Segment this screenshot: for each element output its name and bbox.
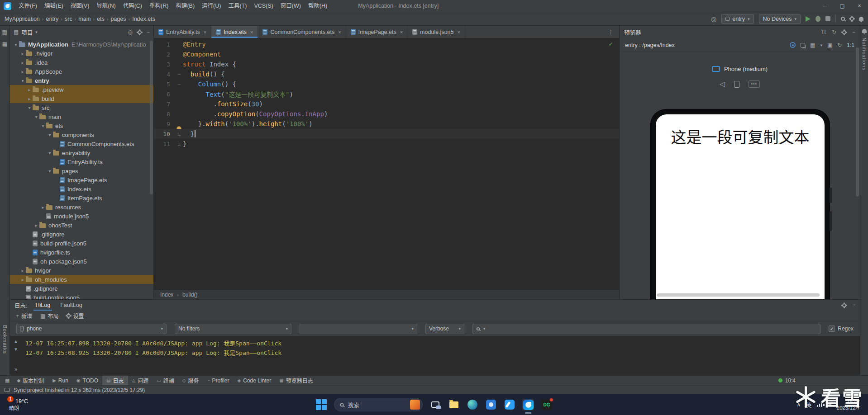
previewer-panel-scrollbar[interactable]: [856, 47, 859, 197]
add-filter-button[interactable]: + 新增: [16, 312, 32, 320]
editor-tab[interactable]: CommonComponents.ets×: [258, 26, 346, 38]
line-number[interactable]: 3: [154, 61, 176, 68]
toolwindow-button-code-linter[interactable]: ◈Code Linter: [233, 376, 275, 385]
tree-expanded-arrow-icon[interactable]: ▾: [47, 151, 53, 156]
toolwindow-switcher-icon[interactable]: ▦: [2, 376, 13, 385]
tree-collapsed-arrow-icon[interactable]: ▸: [19, 51, 26, 56]
device-tab[interactable]: Phone (medium): [620, 66, 860, 72]
code-line[interactable]: 11}: [154, 139, 619, 149]
tree-collapsed-arrow-icon[interactable]: ▸: [40, 205, 46, 210]
line-number[interactable]: 6: [154, 91, 176, 98]
editor-tab[interactable]: module.json5×: [408, 26, 465, 38]
scroll-to-bottom-icon[interactable]: ▼: [14, 347, 17, 352]
tree-item[interactable]: ▸AppScope: [10, 67, 153, 76]
tab-close-icon[interactable]: ×: [457, 29, 460, 35]
regex-checkbox[interactable]: ✓: [829, 325, 835, 332]
tree-collapsed-arrow-icon[interactable]: ▸: [19, 60, 26, 65]
tree-item[interactable]: ▾entryability: [10, 148, 153, 157]
tree-expanded-arrow-icon[interactable]: ▾: [47, 132, 53, 137]
layout-button[interactable]: ▦ 布局: [40, 312, 58, 320]
tab-faultlog[interactable]: FaultLog: [58, 300, 84, 311]
line-number[interactable]: 10: [154, 131, 176, 137]
tree-item[interactable]: ▸.preview: [10, 85, 153, 94]
toolwindow-button-version-control[interactable]: ◆版本控制: [13, 376, 48, 385]
tree-item[interactable]: ▾src: [10, 103, 153, 112]
fold-marker[interactable]: [176, 141, 183, 147]
grid-view-icon[interactable]: ▦: [810, 42, 815, 48]
zoom-level[interactable]: 1:1: [847, 42, 854, 48]
taskbar-app-task-view[interactable]: [429, 399, 441, 410]
taskbar-app-blue-app[interactable]: [485, 399, 497, 410]
tab-close-icon[interactable]: ×: [250, 29, 253, 35]
breadcrumb-item[interactable]: pages: [110, 16, 126, 22]
code-line[interactable]: 1@Entry: [154, 39, 619, 49]
refresh-icon[interactable]: ↻: [832, 29, 836, 35]
volume-icon[interactable]: [828, 403, 831, 406]
tree-item[interactable]: ▾MyApplicationE:\HarmonyOS\MyApplicatio: [10, 40, 153, 49]
input-language[interactable]: 英: [806, 401, 811, 409]
tree-item[interactable]: oh-package.json5: [10, 257, 153, 266]
tree-item[interactable]: ▸oh_modules: [10, 275, 153, 284]
tree-collapsed-arrow-icon[interactable]: ▸: [26, 96, 33, 101]
tree-item[interactable]: ▸hvigor: [10, 266, 153, 275]
menu-item[interactable]: 重构(R): [146, 0, 172, 12]
log-search-input[interactable]: ▾: [472, 324, 820, 334]
tab-close-icon[interactable]: ×: [338, 29, 341, 35]
search-icon[interactable]: [841, 17, 845, 21]
notifications-bell-icon[interactable]: [862, 29, 867, 33]
toolwindow-button-profiler[interactable]: ◔Profiler: [203, 376, 233, 385]
breadcrumb-item[interactable]: build(): [182, 292, 197, 298]
toolwindow-button-services[interactable]: ◇服务: [178, 376, 203, 385]
toolwindow-button-run[interactable]: ▶Run: [48, 376, 72, 385]
bookmarks-tool-button[interactable]: Bookmarks: [2, 325, 8, 354]
line-number[interactable]: 9: [154, 121, 176, 127]
breadcrumb-item[interactable]: Index: [160, 292, 173, 298]
tree-expanded-arrow-icon[interactable]: ▾: [33, 114, 39, 119]
module-select[interactable]: entry ▾: [721, 14, 754, 24]
tree-collapsed-arrow-icon[interactable]: ▸: [19, 268, 26, 273]
menu-item[interactable]: 工具(T): [224, 0, 250, 12]
preview-scrollbar[interactable]: [657, 293, 820, 297]
tab-close-icon[interactable]: ×: [204, 29, 206, 35]
tree-collapsed-arrow-icon[interactable]: ▸: [33, 223, 39, 228]
tree-item[interactable]: ▾ets: [10, 121, 153, 130]
notifications-bell-icon[interactable]: [859, 17, 863, 21]
line-number[interactable]: 7: [154, 101, 176, 108]
locate-file-icon[interactable]: ◎: [128, 29, 133, 35]
fold-marker[interactable]: −: [176, 71, 183, 77]
log-settings-button[interactable]: 设置: [67, 312, 84, 320]
taskbar-search[interactable]: 搜索: [334, 398, 423, 411]
fold-marker[interactable]: −: [176, 81, 183, 87]
tree-collapsed-arrow-icon[interactable]: ▸: [26, 87, 33, 92]
font-preview-icon[interactable]: Tt: [821, 29, 826, 35]
toolwindow-button-todo[interactable]: ◉TODO: [72, 376, 102, 385]
breadcrumb-item[interactable]: Index.ets: [132, 16, 155, 22]
debug-icon[interactable]: [816, 16, 820, 22]
tab-hilog[interactable]: HiLog: [33, 300, 52, 311]
weather-widget[interactable]: 1 19°C 晴朗: [7, 397, 28, 411]
previewer-title[interactable]: 预览器: [624, 28, 641, 37]
tree-collapsed-arrow-icon[interactable]: ▸: [19, 69, 26, 74]
tree-item[interactable]: ▾entry: [10, 76, 153, 85]
menu-item[interactable]: 构建(B): [172, 0, 198, 12]
breadcrumb-item[interactable]: ets: [97, 16, 105, 22]
taskbar-clock[interactable]: 16:42 2023/12/7: [837, 398, 860, 411]
frame-icon[interactable]: ▣: [827, 42, 832, 48]
structure-tool-icon[interactable]: ▦: [2, 41, 7, 47]
run-button-play-icon[interactable]: [806, 16, 811, 22]
run-config-icon[interactable]: ◎: [711, 15, 716, 23]
fold-marker[interactable]: [176, 131, 183, 137]
tree-item[interactable]: ▸build: [10, 94, 153, 103]
taskbar-app-vscode[interactable]: [504, 399, 515, 410]
hide-panel-icon[interactable]: −: [147, 29, 150, 35]
toolwindow-button-terminal[interactable]: ▭终端: [153, 376, 178, 385]
taskbar-app-datagrip[interactable]: DG: [541, 399, 553, 410]
line-number[interactable]: 4: [154, 71, 176, 78]
more-actions-icon[interactable]: •••: [749, 80, 760, 88]
tree-expanded-arrow-icon[interactable]: ▾: [13, 42, 19, 47]
menu-item[interactable]: 运行(U): [198, 0, 224, 12]
page-icon[interactable]: [734, 81, 739, 88]
chevron-down-icon[interactable]: ▾: [820, 43, 822, 47]
tree-collapsed-arrow-icon[interactable]: ▸: [19, 277, 26, 282]
menu-item[interactable]: VCS(S): [250, 0, 277, 12]
